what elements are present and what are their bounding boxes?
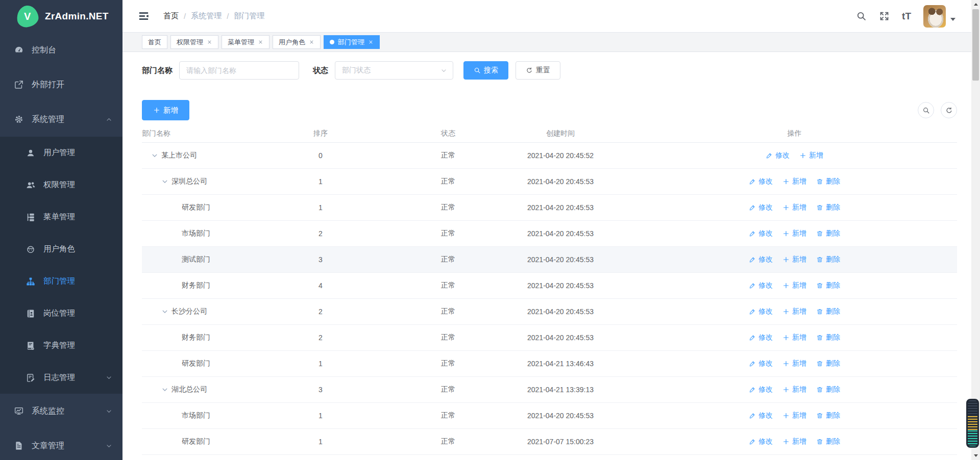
edit-icon [749,178,756,185]
delete-action-link[interactable]: 删除 [816,229,840,238]
user-icon [26,148,36,158]
action-label: 删除 [826,385,840,394]
page-scrollbar[interactable] [971,0,980,460]
add-action-link[interactable]: 新增 [782,437,806,446]
tab-departments[interactable]: 部门管理 [324,35,380,49]
add-action-link[interactable]: 新增 [782,333,806,342]
close-icon[interactable] [368,39,374,45]
delete-action-link[interactable]: 删除 [816,177,840,186]
sidebar-item-posts[interactable]: 岗位管理 [0,297,122,329]
sidebar-item-articles[interactable]: 文章管理 [0,428,122,460]
sidebar-item-roles[interactable]: 用户角色 [0,233,122,265]
edit-action-link[interactable]: 修改 [749,307,773,316]
status-cell: 正常 [407,229,489,238]
breadcrumb-item: 系统管理 [191,11,222,21]
add-action-link[interactable]: 新增 [782,385,806,394]
fullscreen-icon[interactable] [879,11,890,21]
action-label: 删除 [826,307,840,316]
edit-action-link[interactable]: 修改 [749,385,773,394]
scrollbar-thumb[interactable] [972,9,979,81]
add-action-link[interactable]: 新增 [782,177,806,186]
edit-action-link[interactable]: 修改 [749,229,773,238]
add-action-link[interactable]: 新增 [782,359,806,368]
search-icon[interactable] [856,11,867,21]
sidebar-item-system[interactable]: 系统管理 [0,102,122,137]
delete-icon [816,412,823,419]
add-action-link[interactable]: 新增 [782,255,806,264]
close-icon[interactable] [309,39,314,45]
delete-action-link[interactable]: 删除 [816,411,840,420]
tab-home[interactable]: 首页 [142,35,167,49]
scrollbar-up-arrow[interactable] [971,0,980,8]
add-action-link[interactable]: 新增 [782,307,806,316]
delete-action-link[interactable]: 删除 [816,437,840,446]
search-button[interactable]: 搜索 [463,61,508,80]
sidebar-item-logs[interactable]: 日志管理 [0,362,122,394]
breadcrumb-item[interactable]: 首页 [163,11,179,21]
breadcrumb-item: 部门管理 [234,11,264,21]
sidebar-item-departments[interactable]: 部门管理 [0,265,122,297]
close-icon[interactable] [207,39,212,45]
font-size-icon[interactable]: tT [902,11,911,21]
table-refresh-button[interactable] [941,102,957,118]
chevron-down-icon[interactable] [151,152,158,159]
add-action-link[interactable]: 新增 [782,203,806,212]
tab-menus[interactable]: 菜单管理 [222,35,270,49]
chevron-down-icon[interactable] [161,386,168,393]
add-action-link[interactable]: 新增 [799,151,823,160]
edit-action-link[interactable]: 修改 [749,437,773,446]
close-icon[interactable] [258,39,263,45]
delete-action-link[interactable]: 删除 [816,385,840,394]
delete-action-link[interactable]: 删除 [816,359,840,368]
action-label: 新增 [792,203,806,212]
add-action-link[interactable]: 新增 [782,229,806,238]
status-cell: 正常 [407,359,489,368]
delete-action-link[interactable]: 删除 [816,203,840,212]
app-logo[interactable]: V ZrAdmin.NET [0,0,122,33]
sidebar-item-permissions[interactable]: 权限管理 [0,169,122,201]
sidebar-item-users[interactable]: 用户管理 [0,137,122,169]
table-search-button[interactable] [918,102,934,118]
reset-button[interactable]: 重置 [516,61,560,80]
delete-action-link[interactable]: 删除 [816,255,840,264]
chevron-down-icon[interactable] [161,308,168,315]
created-time-cell: 2021-04-20 20:45:53 [489,334,632,342]
tab-roles[interactable]: 用户角色 [273,35,321,49]
sort-cell: 1 [234,412,407,420]
user-avatar[interactable] [923,5,946,28]
edit-action-link[interactable]: 修改 [749,333,773,342]
user-menu[interactable] [923,5,955,28]
reset-button-label: 重置 [536,66,550,75]
chevron-down-icon[interactable] [161,178,168,185]
sidebar-item-dictionary[interactable]: 字典管理 [0,329,122,362]
delete-action-link[interactable]: 删除 [816,333,840,342]
sort-cell: 4 [234,282,407,290]
delete-action-link[interactable]: 删除 [816,281,840,290]
edit-action-link[interactable]: 修改 [749,177,773,186]
sidebar-item-external[interactable]: 外部打开 [0,67,122,102]
edit-action-link[interactable]: 修改 [749,281,773,290]
edit-action-link[interactable]: 修改 [749,359,773,368]
status-select[interactable]: 部门状态 [335,61,453,80]
sidebar-item-monitor[interactable]: 系统监控 [0,394,122,428]
add-action-link[interactable]: 新增 [782,411,806,420]
edit-action-link[interactable]: 修改 [749,203,773,212]
sort-cell: 2 [234,229,407,238]
collapse-menu-icon[interactable] [138,10,150,22]
edit-action-link[interactable]: 修改 [749,255,773,264]
action-label: 删除 [826,411,840,420]
dept-name-input[interactable] [179,61,299,80]
robot-icon [26,244,36,254]
add-button[interactable]: 新增 [142,100,189,120]
edit-action-link[interactable]: 修改 [766,151,790,160]
main-area: 首页/系统管理/部门管理 tT 首页权限管理菜单管理用户角色部门管理 部门名称 … [122,0,980,460]
sidebar-item-console[interactable]: 控制台 [0,33,122,67]
delete-action-link[interactable]: 删除 [816,307,840,316]
action-label: 删除 [826,229,840,238]
tab-permissions[interactable]: 权限管理 [170,35,218,49]
sidebar-item-menus[interactable]: 菜单管理 [0,201,122,233]
add-action-link[interactable]: 新增 [782,281,806,290]
edit-action-link[interactable]: 修改 [749,411,773,420]
scrollbar-down-arrow[interactable] [971,452,980,460]
table-row: 长沙分公司2正常2021-04-20 20:45:53修改新增删除 [142,299,957,325]
